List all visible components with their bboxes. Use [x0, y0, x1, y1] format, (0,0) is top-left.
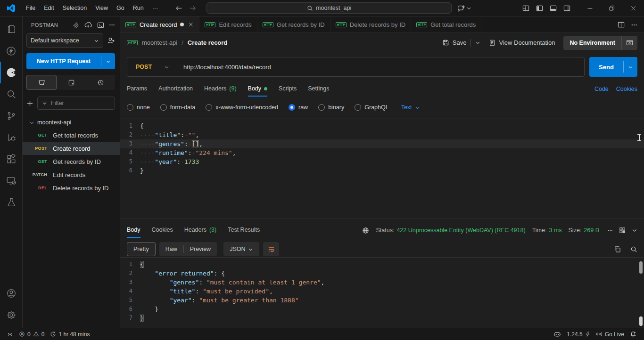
toggle-secondary-sidebar-icon[interactable]: [563, 5, 570, 12]
remote-explorer-icon[interactable]: [0, 170, 23, 192]
customize-layout-icon[interactable]: [522, 5, 529, 12]
toggle-primary-sidebar-icon[interactable]: [536, 5, 543, 12]
tab-settings[interactable]: Settings: [308, 81, 329, 97]
minimize-button[interactable]: [579, 0, 601, 16]
mode-binary[interactable]: binary: [318, 104, 344, 111]
globe-icon[interactable]: [362, 227, 369, 234]
copy-response-icon[interactable]: [614, 246, 621, 253]
response-layout-icon[interactable]: [619, 227, 626, 234]
code-line[interactable]: 6}: [120, 166, 644, 175]
code-line[interactable]: 6 }: [120, 305, 644, 314]
code-line[interactable]: 7}: [120, 314, 644, 323]
tab-get-records-by-id[interactable]: HTTP Get records by ID: [257, 16, 330, 32]
workspace-selector[interactable]: Default workspace: [26, 33, 103, 48]
thunder-client-icon[interactable]: [0, 40, 23, 62]
time-value[interactable]: 3 ms: [549, 227, 561, 234]
tab-params[interactable]: Params: [127, 81, 147, 97]
code-line[interactable]: 5····"year":·1733: [120, 157, 644, 166]
tab-create-record[interactable]: HTTP Create record: [120, 16, 199, 32]
tab-edit-records[interactable]: HTTP Edit records: [199, 16, 257, 32]
format-selector[interactable]: JSON: [223, 242, 259, 256]
menu-run[interactable]: Run: [129, 3, 148, 13]
command-center-search[interactable]: moontest_api: [206, 2, 452, 14]
raw-button[interactable]: Raw: [159, 242, 183, 256]
scrollbar-thumb[interactable]: [639, 316, 643, 326]
tree-item-delete-records-by-id[interactable]: DEL Delete records by ID: [23, 181, 120, 194]
explorer-icon[interactable]: [0, 18, 23, 40]
new-http-request-button[interactable]: New HTTP Request: [26, 53, 115, 69]
close-tab-icon[interactable]: [188, 22, 194, 27]
code-line[interactable]: 5 "year": "must be greater than 1888": [120, 296, 644, 305]
view-documentation-button[interactable]: View Documentation: [489, 39, 555, 46]
history-tab[interactable]: [86, 75, 115, 90]
console-icon[interactable]: [97, 22, 104, 29]
tab-get-total-records[interactable]: HTTP Get total records: [411, 16, 481, 32]
send-button[interactable]: Send: [589, 57, 637, 77]
postman-icon[interactable]: [0, 62, 23, 83]
testing-icon[interactable]: [0, 192, 23, 213]
menu-selection[interactable]: Selection: [58, 3, 91, 13]
menu-view[interactable]: View: [91, 3, 112, 13]
request-body-editor[interactable]: 1{2····"title":·"",3····"genres":·[],4··…: [120, 119, 644, 219]
thunder-client-version[interactable]: 1.24.5: [564, 331, 593, 338]
collection-row[interactable]: moontest-api: [23, 116, 120, 129]
search-response-icon[interactable]: [630, 246, 637, 253]
response-tab-test-results[interactable]: Test Results: [228, 223, 260, 238]
remote-indicator-icon[interactable]: [4, 328, 16, 340]
settings-gear-icon[interactable]: [0, 304, 23, 326]
scribble-icon[interactable]: [72, 22, 79, 29]
status-value[interactable]: 422 Unprocessable Entity (WebDAV) (RFC 4…: [396, 227, 525, 234]
chevron-down-icon[interactable]: [466, 6, 471, 11]
code-line[interactable]: 1{: [120, 121, 644, 130]
problems-indicator[interactable]: 0 0: [16, 328, 47, 340]
language-selector[interactable]: Text: [401, 104, 420, 111]
cloud-upload-icon[interactable]: [84, 21, 92, 29]
code-line[interactable]: 3 "genres": "must contain at least 1 gen…: [120, 278, 644, 287]
save-button[interactable]: Save: [442, 39, 467, 46]
scrollbar-thumb[interactable]: [639, 261, 643, 274]
new-request-dropdown[interactable]: [101, 57, 115, 66]
invite-user-icon[interactable]: [107, 37, 115, 45]
response-tab-cookies[interactable]: Cookies: [152, 223, 173, 238]
tab-authorization[interactable]: Authorization: [158, 81, 193, 97]
mode-x-www-form-urlencoded[interactable]: x-www-form-urlencoded: [206, 104, 278, 111]
mode-raw[interactable]: raw: [289, 104, 308, 111]
code-line[interactable]: 4 "title": "must be provided",: [120, 287, 644, 296]
menu-go[interactable]: Go: [112, 3, 129, 13]
response-tab-body[interactable]: Body: [127, 223, 140, 238]
environments-tab[interactable]: [57, 75, 86, 90]
tab-delete-records-by-id[interactable]: HTTP Delete records by ID: [330, 16, 411, 32]
code-line[interactable]: 4····"runtime":·"224 mins",: [120, 148, 644, 157]
add-icon[interactable]: [26, 100, 33, 107]
code-line[interactable]: 3····"genres":·[],: [120, 139, 644, 148]
back-arrow-icon[interactable]: [175, 5, 182, 12]
word-wrap-icon[interactable]: [263, 242, 279, 256]
filter-input[interactable]: Filter: [37, 97, 115, 110]
environment-quick-look-icon[interactable]: [621, 36, 637, 50]
session-timer[interactable]: 1 hr 48 mins: [47, 328, 92, 340]
tree-item-edit-records[interactable]: PATCH Edit records: [23, 168, 120, 181]
go-live-button[interactable]: Go Live: [593, 331, 627, 338]
restore-button[interactable]: [601, 0, 622, 16]
run-debug-icon[interactable]: [0, 127, 23, 148]
notifications-bell-icon[interactable]: [627, 331, 639, 338]
code-line[interactable]: 2····"title":·"",: [120, 130, 644, 139]
response-more-icon[interactable]: ···: [608, 227, 613, 233]
code-line[interactable]: 2 "error returned": {: [120, 269, 644, 278]
menu-edit[interactable]: Edit: [40, 3, 58, 13]
collections-tab[interactable]: [26, 75, 57, 90]
breadcrumb-collection[interactable]: moontest-api: [142, 39, 177, 46]
mode-none[interactable]: none: [127, 104, 150, 111]
pretty-button[interactable]: Pretty: [127, 242, 156, 256]
forward-arrow-icon[interactable]: [189, 5, 196, 12]
split-editor-icon[interactable]: [618, 21, 625, 28]
source-control-icon[interactable]: [0, 105, 23, 127]
preview-button[interactable]: Preview: [184, 242, 217, 256]
url-input[interactable]: http://localhost:4000/data/record: [177, 64, 277, 71]
code-link[interactable]: Code: [594, 86, 609, 92]
close-button[interactable]: [622, 0, 644, 16]
tab-body[interactable]: Body: [248, 81, 268, 97]
menu-file[interactable]: File: [22, 3, 40, 13]
accounts-icon[interactable]: [0, 283, 23, 304]
mode-graphql[interactable]: GraphQL: [355, 104, 388, 111]
